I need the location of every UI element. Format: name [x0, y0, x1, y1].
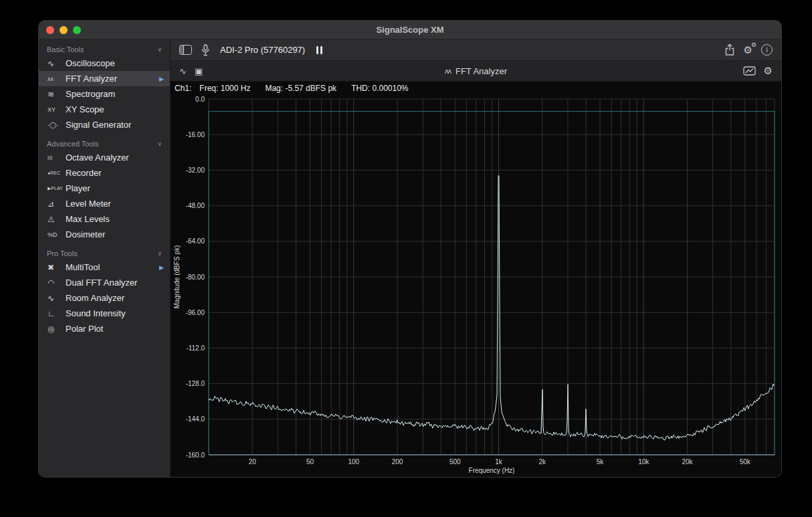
chart-style-icon[interactable] [743, 66, 756, 76]
x-tick-label: 1k [495, 458, 503, 466]
sidebar-item-label: Recorder [66, 168, 101, 178]
sidebar-item-signal-generator[interactable]: -◯-Signal Generator [39, 117, 170, 132]
waveform-icon[interactable]: ∿ [179, 66, 187, 76]
sidebar-section-basic-tools[interactable]: Basic Tools∨ [39, 43, 170, 56]
sidebar-item-recorder[interactable]: ●RECRecorder [39, 165, 170, 181]
fft-waveform-icon: ʌʌ [445, 67, 451, 75]
multitool-icon: ✖ [47, 263, 66, 272]
section-label: Basic Tools [47, 45, 84, 54]
channel-label: Ch1: [175, 84, 191, 93]
level-meter-icon: ⊿ [47, 199, 66, 209]
play-arrow-icon[interactable]: ▶ [159, 76, 164, 82]
sidebar-item-octave-analyzer[interactable]: ||||Octave Analyzer [39, 150, 170, 165]
polar-plot-icon: ◎ [47, 324, 66, 334]
settings-gears-icon[interactable]: ⚙⚙ [744, 44, 752, 56]
y-tick-label: 0.0 [195, 96, 205, 103]
y-tick-label: -16.00 [186, 131, 205, 138]
sidebar-item-dosimeter[interactable]: %DDosimeter [39, 227, 170, 242]
sidebar-item-xy-scope[interactable]: XYXY Scope [39, 102, 170, 117]
sidebar-item-label: Polar Plot [66, 324, 103, 334]
y-tick-label: -128.0 [186, 380, 205, 387]
sidebar-item-oscilloscope[interactable]: ∿Oscilloscope [39, 56, 170, 71]
tool-toolbar: ∿ ▣ ʌʌ FFT Analyzer [171, 61, 781, 82]
sidebar-section-advanced-tools[interactable]: Advanced Tools∨ [39, 137, 170, 150]
player-icon: ▶PLAY [47, 186, 66, 191]
sidebar-section-pro-tools[interactable]: Pro Tools∨ [39, 247, 170, 260]
x-tick-label: 50k [740, 458, 751, 466]
sidebar-item-spectrogram[interactable]: ≋Spectrogram [39, 86, 170, 102]
sidebar-item-multitool[interactable]: ✖MultiTool▶ [39, 260, 170, 275]
sidebar-item-max-levels[interactable]: ⚠Max Levels [39, 211, 170, 227]
sidebar-item-polar-plot[interactable]: ◎Polar Plot [39, 321, 170, 336]
sidebar-item-room-analyzer[interactable]: ∿Room Analyzer [39, 290, 170, 306]
y-tick-label: -48.00 [186, 202, 205, 209]
sidebar-item-label: Signal Generator [66, 120, 131, 130]
y-tick-label: -160.0 [186, 451, 205, 459]
sidebar-toggle-icon[interactable] [179, 45, 192, 55]
device-selector[interactable]: ADI-2 Pro (57760297) [220, 45, 305, 55]
x-tick-label: 20 [249, 458, 257, 466]
fft-analyzer-icon: ʌʌ [47, 76, 66, 82]
fft-chart[interactable]: 0.0-16.00-32.00-48.00-64.00-80.00-96.00-… [171, 95, 781, 477]
sidebar-item-label: MultiTool [66, 262, 100, 272]
sound-intensity-icon: ∟ [47, 309, 66, 318]
chevron-down-icon: ∨ [157, 140, 162, 147]
titlebar[interactable]: SignalScope XM [39, 21, 781, 39]
zoom-button[interactable] [73, 26, 81, 34]
sidebar-item-label: Dosimeter [66, 229, 105, 239]
max-levels-icon: ⚠ [47, 215, 66, 224]
sidebar-item-label: Sound Intensity [66, 308, 126, 318]
sidebar: Basic Tools∨∿OscilloscopeʌʌFFT Analyzer▶… [39, 39, 171, 477]
pause-button[interactable] [316, 46, 322, 54]
x-tick-label: 5k [597, 458, 605, 466]
share-icon[interactable] [724, 43, 735, 56]
sidebar-item-fft-analyzer[interactable]: ʌʌFFT Analyzer▶ [39, 71, 170, 86]
readings: Freq: 1000 HzMag: -5.57 dBFS pkTHD: 0.00… [199, 84, 423, 93]
x-axis-label: Frequency (Hz) [469, 467, 515, 474]
recorder-icon: ●REC [47, 171, 66, 175]
x-tick-label: 200 [392, 458, 403, 466]
status-reading: Mag: -5.57 dBFS pk [265, 84, 336, 93]
x-tick-label: 2k [538, 458, 546, 466]
x-tick-label: 10k [638, 458, 649, 466]
status-reading: THD: 0.00010% [351, 84, 408, 93]
sidebar-item-label: Octave Analyzer [66, 152, 129, 163]
small-gear-icon: ⚙ [751, 41, 756, 48]
sidebar-item-dual-fft-analyzer[interactable]: ◠Dual FFT Analyzer [39, 275, 170, 290]
app-window: SignalScope XM Basic Tools∨∿Oscilloscope… [38, 20, 782, 478]
sidebar-item-label: Spectrogram [66, 89, 115, 99]
x-tick-label: 20k [682, 458, 693, 466]
y-tick-label: -144.0 [186, 415, 205, 423]
y-tick-label: -32.00 [186, 167, 205, 174]
sidebar-item-sound-intensity[interactable]: ∟Sound Intensity [39, 306, 170, 321]
x-tick-label: 100 [348, 458, 359, 466]
sidebar-item-label: FFT Analyzer [66, 74, 117, 84]
play-arrow-icon[interactable]: ▶ [159, 264, 164, 271]
y-tick-label: -96.00 [186, 309, 205, 316]
status-bar: Ch1: Freq: 1000 HzMag: -5.57 dBFS pkTHD:… [171, 82, 781, 95]
sidebar-item-label: Dual FFT Analyzer [66, 278, 137, 288]
tool-title: FFT Analyzer [455, 66, 507, 76]
oscilloscope-icon: ∿ [47, 59, 66, 68]
info-icon[interactable]: i [761, 44, 773, 56]
sidebar-item-level-meter[interactable]: ⊿Level Meter [39, 196, 170, 211]
main-toolbar: ADI-2 Pro (57760297) ⚙⚙ i [171, 39, 781, 61]
xy-scope-icon: XY [47, 106, 66, 113]
sidebar-item-player[interactable]: ▶PLAYPlayer [39, 181, 170, 196]
section-label: Pro Tools [47, 249, 78, 257]
minimize-button[interactable] [60, 26, 68, 34]
y-tick-label: -112.0 [186, 344, 205, 352]
display-settings-gear-icon[interactable]: ⚙ [764, 65, 773, 77]
close-button[interactable] [46, 26, 54, 34]
y-tick-label: -64.00 [186, 237, 205, 245]
chevron-down-icon: ∨ [157, 250, 162, 257]
sidebar-item-label: Level Meter [66, 199, 111, 209]
input-device-icon[interactable] [201, 44, 210, 56]
section-label: Advanced Tools [47, 140, 98, 148]
x-tick-label: 500 [449, 458, 461, 466]
spectrogram-icon: ≋ [47, 90, 66, 99]
signal-generator-icon: -◯- [47, 122, 66, 128]
main-area: ADI-2 Pro (57760297) ⚙⚙ i ∿ [171, 39, 781, 477]
dual-fft-analyzer-icon: ◠ [47, 278, 66, 288]
snapshot-icon[interactable]: ▣ [195, 66, 203, 76]
